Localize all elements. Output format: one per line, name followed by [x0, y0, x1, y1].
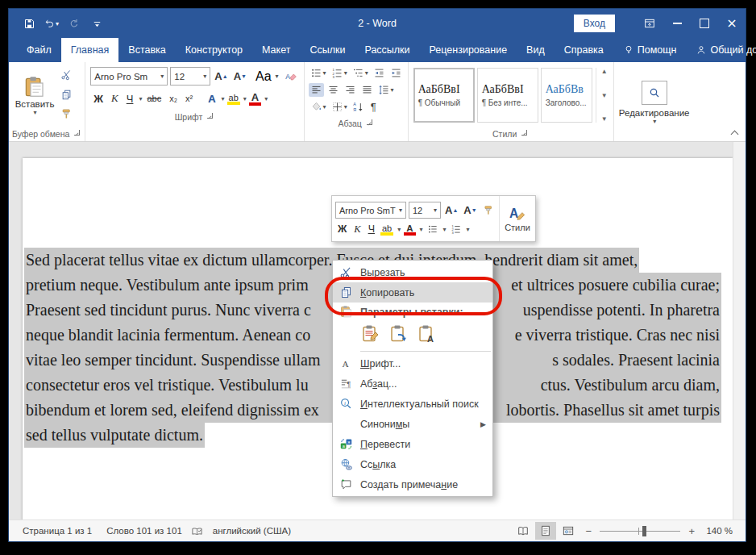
mini-grow-font-button[interactable]: A▲ — [443, 203, 459, 217]
strikethrough-button[interactable]: abc — [143, 94, 164, 103]
format-painter-button[interactable] — [59, 107, 74, 121]
text-effects-button[interactable]: A — [205, 93, 218, 105]
language-indicator[interactable]: английский (США) — [206, 526, 298, 536]
align-center-button[interactable] — [326, 83, 341, 97]
mini-font-color-button[interactable]: А — [403, 223, 416, 236]
mini-font-size-combo[interactable]: 12▾ — [409, 202, 441, 219]
tab-assistant[interactable]: Помощн — [613, 38, 687, 62]
style-card-heading[interactable]: АаБбВв Заголово... — [541, 68, 592, 123]
mini-italic-button[interactable]: К — [351, 223, 363, 236]
bullets-button[interactable]: ▾ — [309, 66, 328, 80]
zoom-in-button[interactable]: + — [683, 525, 700, 537]
menu-item-font[interactable]: Шрифт... — [333, 353, 492, 373]
tab-home[interactable]: Главная — [61, 38, 119, 62]
vertical-scrollbar[interactable] — [733, 142, 746, 520]
proofing-status-button[interactable] — [189, 525, 206, 537]
menu-item-cut[interactable]: Вырезать — [333, 262, 492, 282]
multilevel-list-button[interactable]: ▾ — [351, 66, 370, 80]
menu-item-smart-lookup[interactable]: Интеллектуальный поиск — [333, 394, 492, 414]
mini-bold-button[interactable]: Ж — [335, 223, 349, 235]
zoom-slider-handle[interactable] — [642, 526, 646, 536]
sign-in-button[interactable]: Вход — [574, 15, 615, 32]
italic-button[interactable]: К — [108, 92, 122, 105]
mini-numbering-button[interactable] — [449, 223, 463, 236]
tab-references[interactable]: Ссылки — [300, 38, 355, 62]
menu-item-translate[interactable]: Перевести — [333, 434, 492, 454]
font-color-button[interactable]: А — [248, 91, 262, 106]
style-card-normal[interactable]: АаБбВвІ ¶ Обычный — [413, 68, 475, 123]
find-button[interactable] — [642, 81, 667, 105]
editing-dropdown-icon[interactable]: ▾ — [653, 118, 656, 125]
mini-format-painter-button[interactable] — [481, 204, 496, 217]
mini-font-name-combo[interactable]: Arno Pro SmT▾ — [335, 202, 406, 219]
undo-dropdown-icon[interactable]: ▾ — [56, 20, 59, 27]
font-dialog-launcher[interactable] — [207, 113, 214, 120]
web-layout-button[interactable] — [558, 522, 579, 540]
cut-button[interactable] — [59, 68, 74, 81]
text-highlight-button[interactable]: ab — [226, 93, 241, 105]
justify-button[interactable] — [359, 83, 375, 97]
styles-dialog-launcher[interactable] — [521, 130, 529, 137]
font-color-dropdown-icon[interactable]: ▾ — [264, 95, 268, 102]
clipboard-dialog-launcher[interactable] — [74, 130, 81, 137]
paste-merge-formatting-button[interactable] — [388, 323, 409, 344]
styles-scroll-up-icon[interactable]: ▲ — [599, 68, 610, 75]
maximize-button[interactable] — [691, 9, 718, 38]
redo-button[interactable] — [67, 16, 81, 31]
align-right-button[interactable] — [343, 83, 358, 97]
mini-highlight-button[interactable]: ab — [380, 223, 394, 236]
decrease-indent-button[interactable] — [372, 66, 387, 80]
paste-button[interactable]: Вставить ▾ — [12, 65, 57, 126]
minimize-button[interactable] — [663, 9, 691, 38]
zoom-slider[interactable] — [600, 531, 680, 532]
read-mode-button[interactable] — [513, 522, 534, 540]
tab-help[interactable]: Справка — [555, 38, 613, 62]
paste-dropdown-icon[interactable]: ▾ — [33, 109, 36, 116]
text-effects-dropdown-icon[interactable]: ▾ — [222, 95, 225, 102]
paragraph-dialog-launcher[interactable] — [367, 119, 374, 127]
superscript-button[interactable]: x² — [182, 94, 196, 103]
styles-scroll-down-icon[interactable]: ▼ — [599, 92, 610, 99]
menu-item-paragraph[interactable]: Абзац... — [333, 373, 492, 394]
tab-share[interactable]: Общий доступ — [686, 38, 756, 62]
save-button[interactable] — [22, 16, 36, 31]
sort-button[interactable] — [351, 100, 366, 114]
style-card-no-spacing[interactable]: АаБбВвІ ¶ Без инте... — [477, 68, 538, 123]
menu-item-synonyms[interactable]: Синонимы ▶ — [333, 414, 492, 434]
print-layout-button[interactable] — [535, 522, 556, 540]
underline-button[interactable]: Ч — [123, 93, 137, 105]
highlight-dropdown-icon[interactable]: ▾ — [243, 95, 247, 102]
ribbon-display-options-button[interactable] — [636, 9, 663, 38]
shading-button[interactable]: ▾ — [309, 100, 328, 114]
page-indicator[interactable]: Страница 1 из 1 — [15, 526, 99, 536]
word-count-indicator[interactable]: Слово 101 из 101 — [99, 526, 189, 536]
customize-quick-access-button[interactable] — [89, 16, 104, 31]
styles-gallery-more-icon[interactable]: ▼ — [599, 115, 610, 123]
paste-keep-source-formatting-button[interactable] — [360, 323, 381, 344]
copy-button[interactable] — [59, 88, 74, 102]
mini-underline-button[interactable]: Ч — [366, 223, 377, 235]
menu-item-link[interactable]: Ссылка — [333, 454, 492, 474]
font-size-combo[interactable]: 12▾ — [170, 67, 210, 86]
close-button[interactable]: × — [718, 9, 746, 38]
tab-mailings[interactable]: Рассылки — [355, 38, 419, 62]
paste-keep-text-only-button[interactable] — [417, 323, 438, 344]
shrink-font-button[interactable]: A▼ — [232, 69, 248, 83]
borders-button[interactable]: ▾ — [330, 100, 349, 114]
change-case-button[interactable]: Aa▾ — [251, 69, 280, 85]
line-spacing-button[interactable]: ▾ — [376, 83, 396, 97]
grow-font-button[interactable]: A▲ — [213, 69, 229, 83]
tab-review[interactable]: Рецензирование — [420, 38, 517, 62]
tab-file[interactable]: Файл — [17, 38, 61, 62]
menu-item-copy[interactable]: Копировать — [333, 282, 492, 303]
tab-view[interactable]: Вид — [517, 38, 555, 62]
increase-indent-button[interactable] — [388, 66, 404, 80]
collapse-ribbon-button[interactable] — [729, 128, 739, 138]
mini-styles-button[interactable]: Стили — [499, 196, 535, 241]
tab-insert[interactable]: Вставка — [118, 38, 175, 62]
zoom-level[interactable]: 140 % — [701, 526, 739, 536]
tab-design[interactable]: Конструктор — [176, 38, 252, 62]
show-hide-marks-button[interactable]: ¶ — [368, 101, 380, 113]
mini-bullets-button[interactable] — [426, 223, 440, 236]
clear-formatting-button[interactable] — [283, 69, 299, 84]
